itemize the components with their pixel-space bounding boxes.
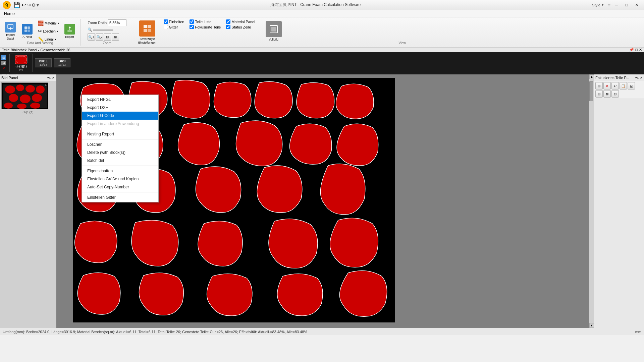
ctx-eigenschaften[interactable]: Eigenschaften — [82, 167, 158, 175]
parts-tool-2[interactable]: ⊞ — [1, 61, 6, 65]
right-tool-expand[interactable]: ⊡ — [611, 90, 619, 98]
ctx-sep1 — [82, 129, 158, 129]
zoom-fit-button[interactable]: ⊡ — [104, 33, 111, 41]
gitter-checkbox[interactable] — [164, 25, 168, 29]
menu-home[interactable]: Home — [1, 11, 17, 17]
focusierte-check[interactable]: Fokusierte Teile — [190, 25, 221, 29]
scroll-up-arrow[interactable]: ▲ — [589, 74, 594, 79]
ctx-einstellen-grosse[interactable]: Einstellen Größe und Kopien — [82, 175, 158, 183]
ctx-loschen[interactable]: Löschen — [82, 140, 158, 148]
zoom-in-button[interactable]: 🔍+ — [88, 33, 95, 41]
ctx-nesting-report[interactable]: Nesting Report — [82, 130, 158, 138]
zoom-out-button[interactable]: 🔍- — [96, 33, 103, 41]
qh1-sub: [M] — [19, 68, 23, 71]
teile-liste-checkbox[interactable] — [190, 19, 194, 24]
canvas-area[interactable]: Export HPGL Export DXF Export G-Code Exp… — [56, 74, 594, 328]
vollbild-icon — [266, 21, 282, 37]
gitter-check[interactable]: Gitter — [164, 25, 184, 29]
ctx-einstellen-gitter[interactable]: Einstellen Gitter — [82, 193, 158, 201]
bevorzugte-button[interactable]: BevorzugteEinstellungen — [137, 19, 157, 46]
data-nesting-group-label: Data And Nesting — [0, 41, 80, 45]
ctx-export-gcode[interactable]: Export G-Code — [82, 112, 158, 120]
right-tool-cross[interactable]: ⊠ — [603, 90, 611, 98]
minimize-button[interactable]: ─ — [612, 2, 621, 8]
import-datei-button[interactable]: ImportDatei — [3, 20, 18, 42]
app-logo: Q — [3, 1, 11, 9]
zoom-ratio-input[interactable] — [108, 19, 126, 26]
status-zeile-checkbox[interactable] — [226, 25, 230, 29]
loschen-button[interactable]: ✂ Löschen ▾ — [36, 27, 61, 35]
ctx-delete-block[interactable]: Delete (with Block(s)) — [82, 148, 158, 157]
bevorzugte-label: BevorzugteEinstellungen — [138, 37, 156, 45]
close-button[interactable]: ✕ — [632, 2, 641, 8]
scroll-down-arrow[interactable]: ▼ — [589, 323, 594, 328]
right-tool-undo[interactable]: ↩ — [611, 82, 619, 89]
part-item-qh1[interactable]: qh(1)(1) [M] — [9, 54, 33, 72]
status-zeile-check[interactable]: Status Zeile — [226, 25, 255, 29]
settings-icon[interactable]: ⚙ — [32, 2, 36, 8]
ctx-export-other: Export in andere Anwendung — [82, 120, 158, 128]
vertical-scrollbar[interactable]: ▲ ▼ — [589, 74, 594, 328]
gitter-label: Gitter — [169, 25, 178, 29]
undo-icon[interactable]: ↩ — [21, 2, 26, 8]
logo-text: Q — [5, 3, 8, 7]
einheiten-check[interactable]: Einheiten — [164, 19, 184, 24]
bild-max[interactable]: □ — [50, 76, 51, 79]
parts-panel-header: Teile Bibliothek Panel - Gesamtanzahl: 2… — [0, 48, 644, 52]
zoom-slider[interactable] — [93, 29, 113, 31]
right-tool-frame[interactable]: ◱ — [628, 82, 635, 89]
material-panel-check[interactable]: Material Panel — [226, 19, 255, 24]
dropdown-icon[interactable]: ▾ — [37, 2, 39, 8]
parts-tool-1[interactable]: ◱ — [1, 55, 6, 60]
parts-panel-pin[interactable]: 📌 — [629, 48, 634, 52]
status-zeile-label: Status Zeile — [231, 25, 251, 29]
part-item-blk11[interactable]: Blk11 13/13 — [35, 58, 52, 67]
right-tool-copy[interactable]: 📋 — [620, 82, 627, 89]
einheiten-label: Einheiten — [169, 20, 184, 24]
ctx-export-dxf[interactable]: Export DXF — [82, 104, 158, 112]
style-arrow[interactable]: ▾ — [602, 3, 604, 7]
bild-panel: Bild Panel ▾ □ ✕ — [0, 74, 56, 328]
redo-icon[interactable]: ↪ — [26, 2, 31, 8]
style-icon[interactable]: ≡ — [608, 2, 610, 8]
maximize-button[interactable]: □ — [622, 2, 631, 8]
focusierte-checkbox[interactable] — [190, 25, 194, 29]
svg-rect-9 — [148, 29, 151, 32]
teile-liste-check[interactable]: Teile Liste — [190, 19, 221, 24]
bild-pin[interactable]: ▾ — [47, 76, 49, 79]
material-panel-checkbox[interactable] — [226, 19, 230, 24]
export-label: Export — [65, 35, 74, 39]
parts-panel-close[interactable]: ✕ — [639, 48, 642, 52]
save-icon[interactable]: 💾 — [13, 2, 20, 8]
part-item-blk0[interactable]: Blk0 13/13 — [54, 58, 70, 67]
vollbild-button[interactable]: Vollbild — [263, 19, 284, 43]
right-tool-grid[interactable]: ⊞ — [595, 82, 603, 89]
export-button[interactable]: Export — [62, 22, 77, 40]
zoom-ratio-label: Zoom Ratio — [88, 21, 107, 25]
parts-panel-max[interactable]: □ — [635, 48, 638, 52]
zoom-minus-icon: 🔍 — [88, 27, 92, 32]
bild-close[interactable]: ✕ — [52, 76, 55, 79]
main-layout: Bild Panel ▾ □ ✕ — [0, 74, 644, 328]
right-close[interactable]: ✕ — [640, 76, 643, 79]
ctx-export-hpgl[interactable]: Export HPGL — [82, 96, 158, 104]
bild-panel-controls: ▾ □ ✕ — [47, 76, 55, 79]
zoom-actual-button[interactable]: ⊞ — [112, 33, 119, 41]
status-unit: mm — [635, 330, 641, 334]
ctx-auto-set-copy[interactable]: Auto-Set Copy-Number — [82, 183, 158, 191]
right-pin[interactable]: ▾ — [635, 76, 637, 79]
right-tool-minus[interactable]: ⊟ — [595, 90, 603, 98]
right-tool-del[interactable]: ✕ — [603, 82, 611, 89]
einheiten-checkbox[interactable] — [164, 19, 168, 24]
loschen-label: Löschen — [43, 29, 56, 33]
bild-thumbnail-1[interactable]: 1 — [1, 82, 48, 109]
parts-tool-3[interactable]: ✕ — [1, 66, 6, 71]
ctx-batch-del[interactable]: Batch del — [82, 157, 158, 165]
right-max[interactable]: □ — [638, 76, 639, 79]
material-button[interactable]: 🧱 Material ▾ — [36, 19, 61, 27]
right-panel-header: Fokusiertes Teile P... ▾ □ ✕ — [594, 74, 644, 81]
scroll-thumb[interactable] — [589, 81, 593, 101]
a-nest-button[interactable]: A-Nest — [19, 22, 35, 40]
import-icon — [5, 22, 16, 33]
svg-point-17 — [36, 85, 45, 94]
